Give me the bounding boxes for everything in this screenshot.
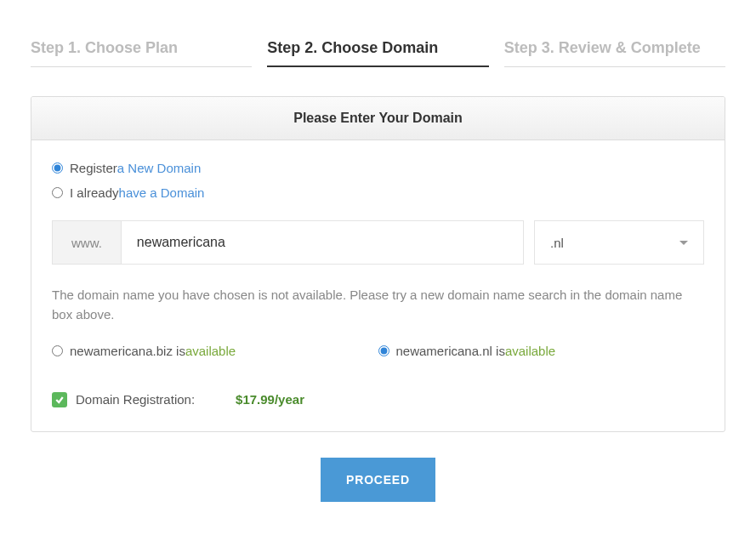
registration-checkbox[interactable] [52, 392, 67, 407]
option-have-domain[interactable]: I already have a Domain [52, 185, 704, 200]
domain-input[interactable] [121, 220, 524, 265]
check-icon [54, 395, 65, 405]
available-option-biz[interactable]: newamericana.biz is available [52, 344, 378, 358]
tab-step2[interactable]: Step 2. Choose Domain [267, 39, 488, 67]
domain-prefix: www. [52, 220, 121, 265]
radio-register-new[interactable] [52, 162, 63, 174]
radio-have-domain[interactable] [52, 187, 63, 198]
option-register-prefix: Register [70, 161, 117, 175]
registration-price: $17.99/year [236, 392, 304, 407]
panel-title: Please Enter Your Domain [31, 97, 725, 140]
tab-step1[interactable]: Step 1. Choose Plan [31, 39, 252, 67]
proceed-wrap: PROCEED [31, 458, 725, 502]
radio-avail-biz[interactable] [52, 345, 63, 356]
option-have-prefix: I already [70, 185, 119, 200]
tld-value: .nl [550, 236, 564, 250]
proceed-button[interactable]: PROCEED [321, 458, 435, 502]
avail-biz-status: available [185, 344, 236, 358]
step-tabs: Step 1. Choose Plan Step 2. Choose Domai… [31, 39, 725, 67]
avail-nl-status: available [505, 344, 555, 358]
option-register-new[interactable]: Register a New Domain [52, 161, 704, 175]
option-register-link: a New Domain [117, 161, 201, 175]
available-option-nl[interactable]: newamericana.nl is available [378, 344, 705, 358]
registration-label: Domain Registration: [76, 392, 195, 407]
tab-step3[interactable]: Step 3. Review & Complete [504, 39, 725, 67]
avail-biz-name: newamericana.biz is [70, 344, 185, 358]
tld-select[interactable]: .nl [534, 220, 704, 265]
option-have-link: have a Domain [119, 185, 205, 200]
available-domains-row: newamericana.biz is available newamerica… [52, 344, 704, 358]
domain-input-row: www. .nl [52, 220, 704, 265]
domain-panel: Please Enter Your Domain Register a New … [31, 96, 725, 432]
radio-avail-nl[interactable] [378, 345, 389, 356]
registration-row: Domain Registration: $17.99/year [52, 392, 704, 407]
chevron-down-icon [679, 241, 688, 245]
avail-nl-name: newamericana.nl is [396, 344, 505, 358]
unavailable-message: The domain name you have chosen is not a… [52, 285, 704, 325]
